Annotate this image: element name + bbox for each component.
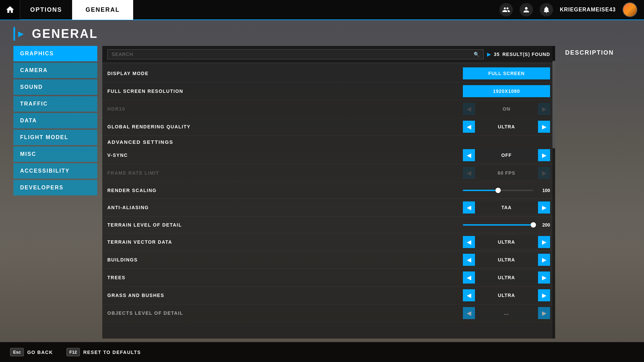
setting-label-anti-aliasing: ANTI-ALIASING bbox=[107, 205, 463, 210]
results-found: ▶ 35 RESULT(S) FOUND bbox=[487, 52, 550, 57]
home-button[interactable] bbox=[0, 0, 20, 20]
grass-right-btn[interactable]: ▶ bbox=[538, 289, 550, 301]
setting-control-rendering-quality: ◀ ULTRA ▶ bbox=[463, 121, 550, 133]
friends-icon bbox=[502, 6, 510, 14]
vsync-right-btn[interactable]: ▶ bbox=[538, 149, 550, 161]
results-label: RESULT(S) FOUND bbox=[502, 52, 550, 57]
setting-label-rendering-quality: GLOBAL RENDERING QUALITY bbox=[107, 124, 463, 129]
terrain-lod-slider: 200 bbox=[463, 222, 550, 228]
setting-row-vsync: V-SYNC ◀ OFF ▶ bbox=[102, 146, 555, 164]
terrain-lod-thumb[interactable] bbox=[531, 222, 536, 228]
setting-control-terrain-vector: ◀ ULTRA ▶ bbox=[463, 236, 550, 248]
setting-label-objects-lod: OBJECTS LEVEL OF DETAIL bbox=[107, 310, 463, 316]
username-label: KRIEGERAMEISE43 bbox=[560, 7, 616, 13]
search-icon[interactable]: 🔍 bbox=[474, 52, 479, 57]
objects-lod-right-btn[interactable]: ▶ bbox=[538, 307, 550, 319]
sidebar-item-camera[interactable]: CAMERA bbox=[13, 63, 97, 78]
avatar bbox=[623, 2, 637, 17]
sidebar: GRAPHICS CAMERA SOUND TRAFFIC DATA FLIGH… bbox=[13, 46, 97, 339]
setting-label-display-mode: DISPLAY MODE bbox=[107, 71, 463, 76]
setting-control-objects-lod: ◀ ... ▶ bbox=[463, 307, 550, 319]
setting-row-trees: TREES ◀ ULTRA ▶ bbox=[102, 269, 555, 287]
notifications-icon-button[interactable] bbox=[540, 3, 553, 16]
setting-label-resolution: FULL SCREEN RESOLUTION bbox=[107, 88, 463, 94]
sidebar-item-misc[interactable]: MISC bbox=[13, 146, 97, 162]
rendering-quality-value: ULTRA bbox=[475, 121, 538, 133]
display-mode-value[interactable]: FULL SCREEN bbox=[463, 67, 550, 79]
search-input[interactable] bbox=[112, 52, 474, 57]
setting-row-render-scaling: RENDER SCALING 100 bbox=[102, 182, 555, 199]
go-back-action[interactable]: Esc GO BACK bbox=[10, 348, 53, 356]
setting-label-frame-rate: FRAME RATE LIMIT bbox=[107, 170, 463, 176]
sidebar-item-accessibility[interactable]: ACCESSIBILITY bbox=[13, 163, 97, 179]
render-scaling-thumb[interactable] bbox=[495, 188, 501, 193]
sidebar-item-data[interactable]: DATA bbox=[13, 113, 97, 128]
search-bar: 🔍 ▶ 35 RESULT(S) FOUND bbox=[102, 46, 555, 63]
rendering-quality-left-btn[interactable]: ◀ bbox=[463, 121, 475, 133]
sidebar-item-flight-model[interactable]: FLIGHT MODEL bbox=[13, 130, 97, 145]
profile-icon-button[interactable] bbox=[520, 3, 533, 16]
topbar-right: KRIEGERAMEISE43 bbox=[499, 2, 644, 17]
buildings-right-btn[interactable]: ▶ bbox=[538, 254, 550, 266]
description-title: DESCRIPTION bbox=[565, 49, 629, 60]
objects-lod-left-btn[interactable]: ◀ bbox=[463, 307, 475, 319]
sidebar-item-sound[interactable]: SOUND bbox=[13, 79, 97, 95]
setting-row-frame-rate: FRAME RATE LIMIT ◀ 60 FPS ▶ bbox=[102, 164, 555, 182]
setting-row-terrain-vector: TERRAIN VECTOR DATA ◀ ULTRA ▶ bbox=[102, 233, 555, 251]
setting-control-display-mode: FULL SCREEN bbox=[463, 67, 550, 79]
objects-lod-value: ... bbox=[475, 307, 538, 319]
general-tab[interactable]: GENERAL bbox=[72, 0, 133, 20]
render-scaling-track[interactable] bbox=[463, 190, 533, 191]
terrain-lod-track[interactable] bbox=[463, 224, 533, 226]
setting-label-trees: TREES bbox=[107, 275, 463, 280]
resolution-value[interactable]: 1920X1080 bbox=[463, 85, 550, 97]
vsync-arrow-control: ◀ OFF ▶ bbox=[463, 149, 550, 161]
sidebar-item-traffic[interactable]: TRAFFIC bbox=[13, 96, 97, 112]
setting-control-buildings: ◀ ULTRA ▶ bbox=[463, 254, 550, 266]
settings-list: DISPLAY MODE FULL SCREEN FULL SCREEN RES… bbox=[102, 63, 555, 339]
search-input-wrap[interactable]: 🔍 bbox=[107, 49, 484, 59]
sidebar-item-graphics[interactable]: GRAPHICS bbox=[13, 46, 97, 61]
friends-icon-button[interactable] bbox=[499, 3, 513, 16]
sidebar-item-developers[interactable]: DEVELOPERS bbox=[13, 180, 97, 195]
rendering-quality-right-btn[interactable]: ▶ bbox=[538, 121, 550, 133]
grass-left-btn[interactable]: ◀ bbox=[463, 289, 475, 301]
frame-rate-value: 60 FPS bbox=[475, 167, 538, 179]
reset-defaults-label: RESET TO DEFAULTS bbox=[83, 350, 141, 355]
setting-row-grass: GRASS AND BUSHES ◀ ULTRA ▶ bbox=[102, 287, 555, 304]
hdr10-arrow-control: ◀ ON ▶ bbox=[463, 103, 550, 115]
f12-key: F12 bbox=[66, 348, 80, 356]
main-content: GENERAL GRAPHICS CAMERA SOUND TRAFFIC DA… bbox=[0, 20, 644, 342]
advanced-settings-header: ADVANCED SETTINGS bbox=[102, 136, 555, 146]
vsync-left-btn[interactable]: ◀ bbox=[463, 149, 475, 161]
description-panel: DESCRIPTION bbox=[560, 46, 634, 339]
terrain-vector-value: ULTRA bbox=[475, 236, 538, 248]
setting-row-anti-aliasing: ANTI-ALIASING ◀ TAA ▶ bbox=[102, 199, 555, 217]
grass-arrow-control: ◀ ULTRA ▶ bbox=[463, 289, 550, 301]
trees-left-btn[interactable]: ◀ bbox=[463, 272, 475, 284]
anti-aliasing-arrow-control: ◀ TAA ▶ bbox=[463, 201, 550, 214]
buildings-value: ULTRA bbox=[475, 254, 538, 266]
scroll-indicator[interactable] bbox=[552, 46, 555, 339]
setting-row-objects-lod: OBJECTS LEVEL OF DETAIL ◀ ... ▶ bbox=[102, 304, 555, 322]
setting-control-anti-aliasing: ◀ TAA ▶ bbox=[463, 201, 550, 214]
terrain-vector-arrow-control: ◀ ULTRA ▶ bbox=[463, 236, 550, 248]
results-count: 35 bbox=[494, 52, 500, 57]
anti-aliasing-left-btn[interactable]: ◀ bbox=[463, 201, 475, 214]
trees-arrow-control: ◀ ULTRA ▶ bbox=[463, 272, 550, 284]
setting-row-hdr10: HDR10 ◀ ON ▶ bbox=[102, 100, 555, 118]
setting-label-terrain-lod: TERRAIN LEVEL OF DETAIL bbox=[107, 222, 463, 228]
trees-right-btn[interactable]: ▶ bbox=[538, 272, 550, 284]
buildings-left-btn[interactable]: ◀ bbox=[463, 254, 475, 266]
setting-row-terrain-lod: TERRAIN LEVEL OF DETAIL 200 bbox=[102, 217, 555, 233]
topbar: OPTIONS GENERAL KRIEGERAMEISE43 bbox=[0, 0, 644, 20]
frame-rate-right-btn: ▶ bbox=[538, 167, 550, 179]
reset-defaults-action[interactable]: F12 RESET TO DEFAULTS bbox=[66, 348, 141, 356]
options-label: OPTIONS bbox=[20, 6, 72, 13]
settings-panel: 🔍 ▶ 35 RESULT(S) FOUND DISPLAY MODE FULL… bbox=[102, 46, 555, 339]
anti-aliasing-right-btn[interactable]: ▶ bbox=[538, 201, 550, 214]
terrain-vector-right-btn[interactable]: ▶ bbox=[538, 236, 550, 248]
terrain-vector-left-btn[interactable]: ◀ bbox=[463, 236, 475, 248]
rendering-quality-arrow-control: ◀ ULTRA ▶ bbox=[463, 121, 550, 133]
scroll-thumb[interactable] bbox=[552, 61, 555, 148]
